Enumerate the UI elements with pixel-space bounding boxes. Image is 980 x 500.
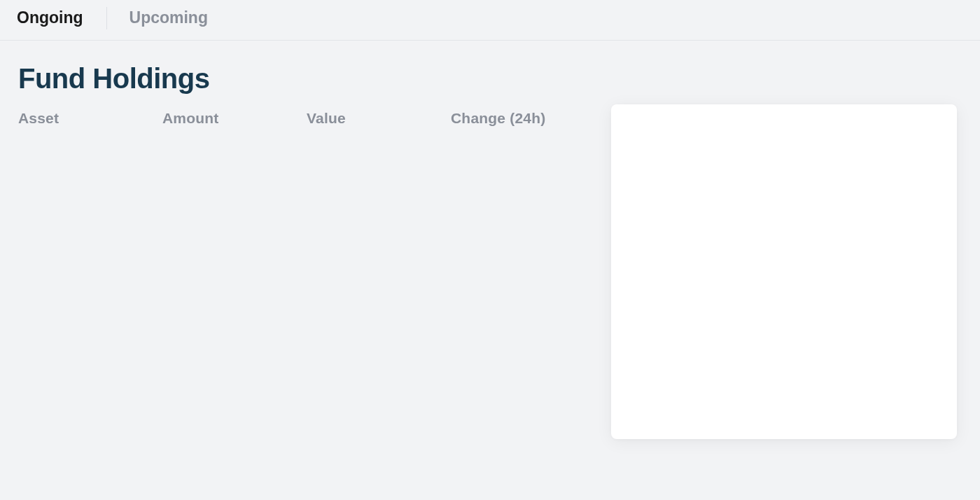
page-title: Fund Holdings bbox=[18, 63, 962, 95]
tab-ongoing[interactable]: Ongoing bbox=[17, 8, 107, 27]
tab-divider bbox=[106, 7, 107, 29]
table-header-value: Value bbox=[307, 110, 451, 127]
side-panel bbox=[611, 104, 957, 439]
tab-upcoming-label: Upcoming bbox=[130, 8, 208, 27]
content-area: Fund Holdings Asset Amount Value Change … bbox=[0, 41, 980, 127]
tab-bar: Ongoing Upcoming bbox=[0, 0, 980, 41]
table-header-asset: Asset bbox=[18, 110, 162, 127]
table-header-amount: Amount bbox=[162, 110, 307, 127]
tab-upcoming[interactable]: Upcoming bbox=[130, 8, 232, 27]
table-header-change: Change (24h) bbox=[451, 110, 595, 127]
tab-ongoing-label: Ongoing bbox=[17, 8, 83, 27]
